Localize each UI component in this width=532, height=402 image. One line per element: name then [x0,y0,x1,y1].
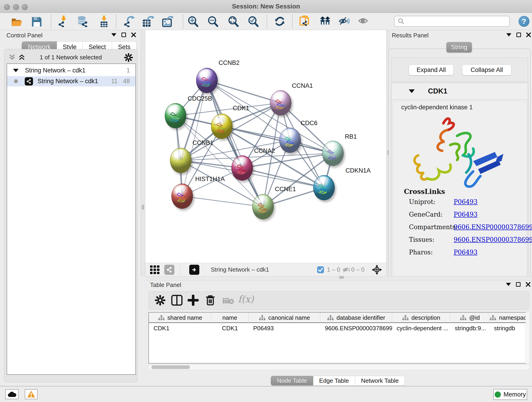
results-panel-title: Results Panel [392,32,428,39]
select-columns-icon[interactable] [171,295,183,307]
results-close-icon[interactable] [526,32,531,37]
network-node-ccna2[interactable] [231,155,253,181]
gene-section-header[interactable]: CDK1 [391,83,528,99]
expand-all-button[interactable]: Expand All [409,64,454,75]
network-edge[interactable] [182,196,263,207]
network-node-cdkn1a[interactable] [313,175,335,200]
network-node-ccnb1[interactable] [170,148,191,173]
table-cell[interactable]: P06493 [249,323,320,333]
hide-selected-icon[interactable] [338,16,351,27]
gene-name: CDK1 [428,87,447,95]
import-network-icon[interactable] [57,16,70,27]
panel-float-icon[interactable] [121,32,126,37]
column-header-namespace[interactable]: namespace [489,313,530,323]
collapse-all-button[interactable]: Collapse All [462,64,511,75]
table-cell[interactable]: cyclin-dependent ... [392,323,450,333]
table-vertical-scrollbar[interactable] [526,312,530,364]
table-cell[interactable]: stringdb:9... [450,323,489,333]
selected-checkbox-icon[interactable] [317,266,324,274]
first-neighbors-icon[interactable] [319,16,332,27]
birdseye-view-icon[interactable] [189,265,199,275]
grid-view-icon[interactable] [150,265,160,276]
column-header-shared-name[interactable]: shared name [149,313,211,323]
delete-column-icon[interactable] [206,295,215,307]
table-cell[interactable]: 9606.ENSP00000378699 [320,323,392,333]
table-collapse-icon[interactable] [506,283,511,286]
zoom-fit-icon[interactable] [227,16,240,27]
crosslink-link[interactable]: P06493 [454,211,477,218]
column-header-database-identifier[interactable]: database identifier [320,313,392,323]
network-node-cdc25b[interactable] [165,103,186,128]
network-node-rb1[interactable] [322,141,344,166]
crosslink-link[interactable]: 9606.ENSP00000378699 [454,236,532,243]
cloud-status-button[interactable] [5,389,19,399]
table-splitter[interactable] [145,276,532,281]
crosslink-link[interactable]: P06493 [454,198,477,205]
table-cell[interactable]: CDK1 [149,323,211,333]
panel-close-icon[interactable] [131,32,136,37]
refresh-layout-icon[interactable] [274,16,287,27]
scrollbar-thumb[interactable] [152,365,190,369]
table-cell[interactable]: CDK1 [211,323,249,333]
help-button[interactable]: ? [519,16,530,27]
open-session-icon[interactable] [11,16,23,27]
table-close-icon[interactable] [526,282,531,287]
crosslink-link[interactable]: 9606.ENSP00000378699 [454,223,532,230]
search-input[interactable] [394,16,510,27]
tree-expand-icon[interactable] [13,69,19,72]
column-header-canonical-name[interactable]: canonical name [249,313,320,323]
tab-network-table[interactable]: Network Table [355,376,405,385]
tab-edge-table[interactable]: Edge Table [313,376,355,385]
network-node-hist1h1a[interactable] [171,184,193,209]
network-edge[interactable] [207,80,281,103]
show-all-icon[interactable] [358,16,370,27]
column-header--id[interactable]: @id [450,313,489,323]
tab-string[interactable]: String [446,42,472,52]
hidden-node-edge-counts: 0 – 0 [351,266,365,273]
table-cell[interactable]: stringdb [489,323,530,333]
network-row[interactable]: String Network – cdk1 11 48 [7,76,135,86]
export-table-icon[interactable] [142,16,155,27]
zoom-in-icon[interactable] [187,16,200,27]
network-node-count: 11 [111,78,118,85]
memory-button[interactable]: Memory [493,389,527,400]
network-collection-row[interactable]: String Network – cdk1 1 [7,65,135,76]
results-float-icon[interactable] [516,32,521,37]
zoom-out-icon[interactable] [207,16,220,27]
network-node-ccnb2[interactable] [196,68,218,93]
column-header-description[interactable]: description [392,313,450,323]
search-text-field[interactable] [407,18,509,25]
node-table[interactable]: shared namenamecanonical namedatabase id… [148,312,530,364]
add-column-icon[interactable] [188,295,199,307]
network-canvas[interactable]: CCNB2 CCNA1 CDC25B CDK1 CDC6 RB1 CCNB1 C… [145,30,386,263]
import-database-icon[interactable] [76,16,89,27]
results-collapse-icon[interactable] [506,33,511,36]
column-header-name[interactable]: name [211,313,249,323]
warning-icon [27,390,36,398]
table-horizontal-scrollbar[interactable] [148,364,530,370]
column-type-icon [460,315,467,321]
network-edge[interactable] [207,80,263,207]
network-node-ccne1[interactable] [252,194,274,219]
gene-collapse-icon[interactable] [409,89,415,93]
table-float-icon[interactable] [516,282,520,287]
warnings-button[interactable] [25,389,38,399]
fit-content-crosshair-icon[interactable] [372,264,382,276]
crosslink-link[interactable]: P06493 [454,249,477,256]
view-share-icon[interactable] [164,265,174,275]
panel-collapse-icon[interactable] [111,33,116,36]
gear-icon[interactable] [124,53,133,62]
tab-node-table[interactable]: Node Table [271,376,313,385]
export-network-icon[interactable] [123,16,136,27]
table-settings-gear-icon[interactable] [155,295,166,307]
save-session-icon[interactable] [30,16,43,27]
import-table-icon[interactable] [98,16,111,27]
network-node-cdk1[interactable] [211,114,233,139]
network-node-cdc6[interactable] [279,128,301,153]
network-node-ccna1[interactable] [270,90,291,115]
left-splitter[interactable] [141,30,145,276]
clone-network-icon[interactable] [299,16,312,27]
export-image-icon[interactable] [162,16,174,27]
zoom-selected-icon[interactable] [247,16,260,27]
table-panel: Table Panel [145,281,532,386]
